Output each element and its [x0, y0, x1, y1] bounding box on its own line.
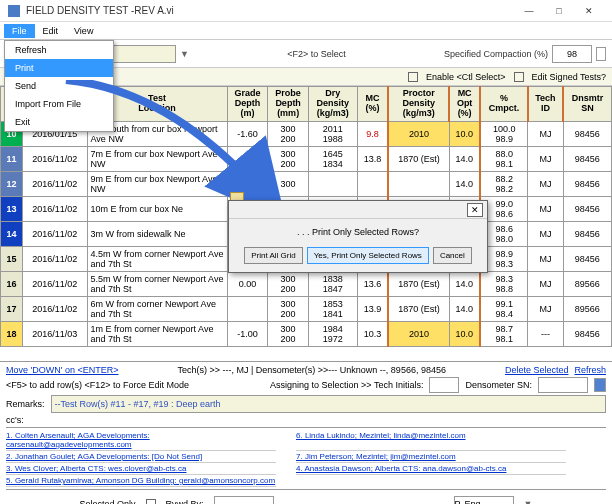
cc-item[interactable]: 1. Colten Arsenault; AGA Developments: c… [6, 430, 276, 451]
ccs-label: cc's: [6, 415, 606, 425]
densometer-sn-label: Densometer SN: [465, 380, 532, 390]
cell-dry: 20111988 [308, 121, 357, 146]
menu-send[interactable]: Send [5, 77, 113, 95]
cell-grade: 0.00 [227, 271, 268, 296]
minimize-button[interactable]: — [514, 0, 544, 22]
menu-file[interactable]: File [4, 24, 35, 38]
cell-tech: MJ [528, 146, 563, 171]
cell-proctor [388, 171, 449, 196]
maximize-button[interactable]: □ [544, 0, 574, 22]
cell-tech: MJ [528, 296, 563, 321]
cell-location: 3m W from sidewalk Ne [87, 221, 227, 246]
print-all-grid-button[interactable]: Print All Grid [244, 247, 302, 264]
cell-mc [357, 171, 388, 196]
menu-view[interactable]: View [66, 24, 101, 38]
cell-probe: 300200 [268, 146, 308, 171]
cell-dry: 16451834 [308, 146, 357, 171]
go-button[interactable] [594, 378, 606, 392]
tech-summary: Tech(s) >> ---, MJ | Densometer(s) >>---… [177, 365, 445, 375]
cell-location: 1m E from corner Newport Ave and 7th St [87, 321, 227, 346]
cell-cmpct: 88.098.1 [480, 146, 528, 171]
cell-mc-opt: 14.0 [449, 271, 480, 296]
menu-exit[interactable]: Exit [5, 113, 113, 131]
peng-input[interactable] [454, 496, 514, 504]
file-dropdown: Refresh Print Send Import From File Exit [4, 40, 114, 132]
rvwd-by-input[interactable] [214, 496, 274, 504]
rvwd-by-label: Rvwd By: [166, 499, 204, 504]
cell-proctor: 1870 (Est) [388, 271, 449, 296]
assigning-label: Assigning to Selection >> Tech Initials: [270, 380, 423, 390]
col-header: DnsmtrSN [563, 87, 611, 122]
selected-only-checkbox[interactable] [146, 499, 156, 504]
menu-import[interactable]: Import From File [5, 95, 113, 113]
cell-tech: MJ [528, 171, 563, 196]
cell-proctor: 2010 [388, 121, 449, 146]
table-row[interactable]: 162016/11/025.5m W from corner Newport A… [1, 271, 612, 296]
spec-compaction-input[interactable] [552, 45, 592, 63]
cell-cmpct: 99.198.4 [480, 296, 528, 321]
cell-tech: --- [528, 321, 563, 346]
cell-sn: 89566 [563, 296, 611, 321]
menu-refresh[interactable]: Refresh [5, 41, 113, 59]
row-number: 15 [1, 246, 23, 271]
cancel-button[interactable]: Cancel [433, 247, 472, 264]
cell-location: 4.5m W from corner Newport Ave and 7th S… [87, 246, 227, 271]
cc-item[interactable]: 3. Wes Clover; Alberta CTS: wes.clover@a… [6, 463, 276, 475]
bottombar: Selected Only Rvwd By: ▼ [0, 493, 612, 504]
spec-compaction-label: Specified Compaction (%) [444, 49, 548, 59]
close-button[interactable]: ✕ [574, 0, 604, 22]
cc-item[interactable]: 7. Jim Peterson; Mezintel; jim@mezintel.… [296, 451, 566, 463]
row-number: 13 [1, 196, 23, 221]
enable-ctl-select-checkbox[interactable] [408, 72, 418, 82]
cell-probe: 300200 [268, 271, 308, 296]
cell-sn: 98456 [563, 121, 611, 146]
app-icon [8, 5, 20, 17]
cell-location: 7m E from cur box Newport Ave NW [87, 146, 227, 171]
cell-location: 5.5m W from corner Newport Ave and 7th S… [87, 271, 227, 296]
dialog-close-button[interactable]: ✕ [467, 203, 483, 217]
cell-cmpct: 88.298.2 [480, 171, 528, 196]
table-row[interactable]: 122016/11/029m E from cur box Newport Av… [1, 171, 612, 196]
densometer-sn-input[interactable] [538, 377, 588, 393]
menu-print[interactable]: Print [5, 59, 113, 77]
row-number: 12 [1, 171, 23, 196]
cell-dry: 18531841 [308, 296, 357, 321]
cell-mc: 10.3 [357, 321, 388, 346]
cc-item[interactable]: 6. Linda Lukindo; Mezintel; linda@mezint… [296, 430, 566, 451]
move-down-link[interactable]: Move 'DOWN' on <ENTER> [6, 365, 118, 375]
col-header: MC(%) [357, 87, 388, 122]
cell-tech: MJ [528, 121, 563, 146]
table-row[interactable]: 172016/11/026m W from corner Newport Ave… [1, 296, 612, 321]
cell-proctor: 1870 (Est) [388, 146, 449, 171]
remarks-input[interactable] [51, 395, 606, 413]
menu-edit[interactable]: Edit [35, 24, 67, 38]
cell-tech: MJ [528, 246, 563, 271]
cell-date: 2016/11/02 [23, 271, 88, 296]
cell-location: 10m E from cur box Ne [87, 196, 227, 221]
enable-ctl-select-label: Enable <Ctl Select> [426, 72, 506, 82]
cell-proctor: 1870 (Est) [388, 296, 449, 321]
tech-initials-input[interactable] [429, 377, 459, 393]
cell-tech: MJ [528, 271, 563, 296]
col-header: TechID [528, 87, 563, 122]
col-header: ProctorDensity(kg/m3) [388, 87, 449, 122]
row-number: 18 [1, 321, 23, 346]
delete-selected-link[interactable]: Delete Selected [505, 365, 569, 375]
col-header: %Cmpct. [480, 87, 528, 122]
refresh-link[interactable]: Refresh [574, 365, 606, 375]
cell-sn: 98456 [563, 146, 611, 171]
menubar: File Edit View [0, 22, 612, 40]
titlebar: FIELD DENSITY TEST -REV A.vi — □ ✕ [0, 0, 612, 22]
cell-tech: MJ [528, 221, 563, 246]
cc-item[interactable]: 5. Gerald Rutakyamirwa; Amonson DG Build… [6, 475, 276, 487]
ccs-list: 1. Colten Arsenault; AGA Developments: c… [6, 427, 606, 490]
col-header: MCOpt(%) [449, 87, 480, 122]
cell-date: 2016/11/02 [23, 221, 88, 246]
table-row[interactable]: 112016/11/027m E from cur box Newport Av… [1, 146, 612, 171]
edit-signed-checkbox[interactable] [514, 72, 524, 82]
cc-item[interactable]: 2. Jonathan Goulet; AGA Developments: [D… [6, 451, 276, 463]
cc-item[interactable]: 4. Anastasia Dawson; Alberta CTS: ana.da… [296, 463, 566, 475]
cell-dry: 19841972 [308, 321, 357, 346]
table-row[interactable]: 182016/11/031m E from corner Newport Ave… [1, 321, 612, 346]
print-selected-rows-button[interactable]: Yes, Print Only Selected Rows [307, 247, 429, 264]
